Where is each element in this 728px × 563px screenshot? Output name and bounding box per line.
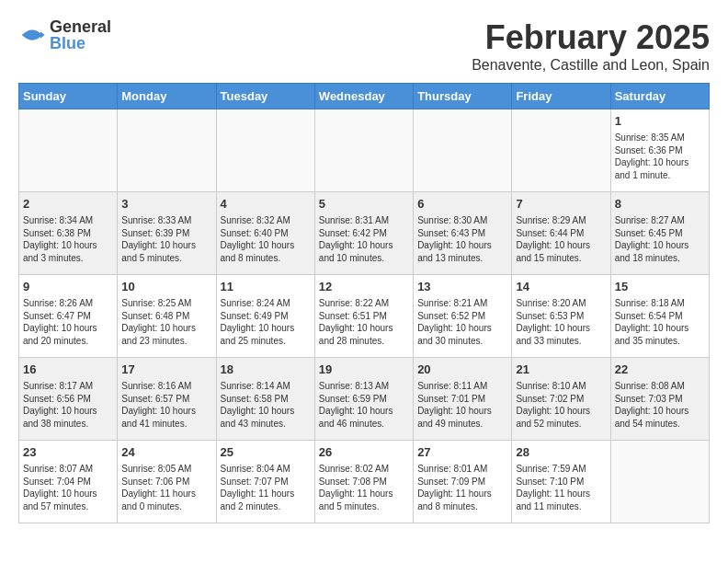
calendar-header-cell: Tuesday [216, 84, 314, 109]
calendar-day-cell [216, 109, 314, 192]
calendar-header-cell: Monday [118, 84, 216, 109]
day-info: Sunrise: 8:30 AM Sunset: 6:43 PM Dayligh… [417, 214, 507, 264]
day-number: 19 [319, 362, 409, 378]
day-number: 13 [417, 279, 507, 295]
calendar-day-cell: 25Sunrise: 8:04 AM Sunset: 7:07 PM Dayli… [216, 441, 314, 523]
day-number: 22 [615, 362, 705, 378]
calendar-day-cell: 2Sunrise: 8:34 AM Sunset: 6:38 PM Daylig… [19, 192, 118, 275]
calendar-week-row: 16Sunrise: 8:17 AM Sunset: 6:56 PM Dayli… [19, 358, 710, 441]
calendar-header-cell: Thursday [414, 84, 512, 109]
title-section: February 2025 Benavente, Castille and Le… [472, 18, 710, 74]
day-info: Sunrise: 8:25 AM Sunset: 6:48 PM Dayligh… [121, 297, 211, 347]
calendar-day-cell: 16Sunrise: 8:17 AM Sunset: 6:56 PM Dayli… [19, 358, 118, 441]
day-number: 6 [417, 196, 507, 213]
calendar-day-cell [314, 109, 413, 192]
day-info: Sunrise: 8:10 AM Sunset: 7:02 PM Dayligh… [516, 380, 606, 430]
day-info: Sunrise: 8:16 AM Sunset: 6:57 PM Dayligh… [121, 380, 211, 430]
calendar-day-cell: 1Sunrise: 8:35 AM Sunset: 6:36 PM Daylig… [610, 109, 709, 192]
day-number: 4 [221, 196, 311, 213]
calendar-day-cell: 11Sunrise: 8:24 AM Sunset: 6:49 PM Dayli… [216, 275, 314, 358]
calendar-header-cell: Wednesday [314, 84, 413, 109]
day-number: 18 [221, 362, 311, 378]
calendar-day-cell: 14Sunrise: 8:20 AM Sunset: 6:53 PM Dayli… [512, 275, 610, 358]
day-number: 5 [319, 196, 409, 213]
day-number: 23 [23, 444, 113, 461]
calendar-week-row: 2Sunrise: 8:34 AM Sunset: 6:38 PM Daylig… [19, 192, 710, 275]
calendar-day-cell: 27Sunrise: 8:01 AM Sunset: 7:09 PM Dayli… [414, 441, 512, 523]
calendar-day-cell [118, 109, 216, 192]
day-info: Sunrise: 8:26 AM Sunset: 6:47 PM Dayligh… [23, 297, 113, 347]
day-info: Sunrise: 8:04 AM Sunset: 7:07 PM Dayligh… [221, 463, 311, 512]
day-number: 26 [319, 444, 409, 461]
calendar-body: 1Sunrise: 8:35 AM Sunset: 6:36 PM Daylig… [19, 109, 710, 523]
logo-text: General Blue [50, 18, 111, 52]
calendar-day-cell: 20Sunrise: 8:11 AM Sunset: 7:01 PM Dayli… [414, 358, 512, 441]
day-info: Sunrise: 8:21 AM Sunset: 6:52 PM Dayligh… [417, 297, 507, 347]
day-info: Sunrise: 7:59 AM Sunset: 7:10 PM Dayligh… [516, 463, 606, 512]
calendar-day-cell [414, 109, 512, 192]
calendar-day-cell: 19Sunrise: 8:13 AM Sunset: 6:59 PM Dayli… [314, 358, 413, 441]
day-number: 9 [23, 279, 113, 295]
calendar-day-cell: 22Sunrise: 8:08 AM Sunset: 7:03 PM Dayli… [610, 358, 709, 441]
calendar-header-cell: Sunday [19, 84, 118, 109]
day-number: 24 [121, 444, 211, 461]
calendar-header-cell: Saturday [610, 84, 709, 109]
day-info: Sunrise: 8:24 AM Sunset: 6:49 PM Dayligh… [221, 297, 311, 347]
calendar-day-cell: 18Sunrise: 8:14 AM Sunset: 6:58 PM Dayli… [216, 358, 314, 441]
calendar-day-cell: 13Sunrise: 8:21 AM Sunset: 6:52 PM Dayli… [414, 275, 512, 358]
calendar-header-cell: Friday [512, 84, 610, 109]
day-info: Sunrise: 8:27 AM Sunset: 6:45 PM Dayligh… [615, 214, 705, 264]
calendar-day-cell: 8Sunrise: 8:27 AM Sunset: 6:45 PM Daylig… [610, 192, 709, 275]
day-info: Sunrise: 8:13 AM Sunset: 6:59 PM Dayligh… [319, 380, 409, 430]
day-number: 2 [23, 196, 113, 213]
day-number: 27 [417, 444, 507, 461]
calendar-day-cell [512, 109, 610, 192]
calendar-day-cell: 10Sunrise: 8:25 AM Sunset: 6:48 PM Dayli… [118, 275, 216, 358]
calendar-day-cell: 9Sunrise: 8:26 AM Sunset: 6:47 PM Daylig… [19, 275, 118, 358]
page-header: General Blue February 2025 Benavente, Ca… [18, 18, 710, 74]
calendar-day-cell: 7Sunrise: 8:29 AM Sunset: 6:44 PM Daylig… [512, 192, 610, 275]
day-number: 10 [121, 279, 211, 295]
calendar-week-row: 23Sunrise: 8:07 AM Sunset: 7:04 PM Dayli… [19, 441, 710, 523]
calendar-day-cell: 17Sunrise: 8:16 AM Sunset: 6:57 PM Dayli… [118, 358, 216, 441]
calendar-day-cell: 24Sunrise: 8:05 AM Sunset: 7:06 PM Dayli… [118, 441, 216, 523]
location-title: Benavente, Castille and Leon, Spain [472, 57, 710, 74]
day-info: Sunrise: 8:05 AM Sunset: 7:06 PM Dayligh… [121, 463, 211, 512]
day-info: Sunrise: 8:32 AM Sunset: 6:40 PM Dayligh… [221, 214, 311, 264]
day-number: 28 [516, 444, 606, 461]
calendar-week-row: 9Sunrise: 8:26 AM Sunset: 6:47 PM Daylig… [19, 275, 710, 358]
logo-blue: Blue [50, 35, 111, 52]
calendar-day-cell: 26Sunrise: 8:02 AM Sunset: 7:08 PM Dayli… [314, 441, 413, 523]
day-number: 20 [417, 362, 507, 378]
logo-icon [18, 21, 46, 49]
day-number: 3 [121, 196, 211, 213]
day-number: 12 [319, 279, 409, 295]
day-info: Sunrise: 8:22 AM Sunset: 6:51 PM Dayligh… [319, 297, 409, 347]
day-number: 21 [516, 362, 606, 378]
day-info: Sunrise: 8:14 AM Sunset: 6:58 PM Dayligh… [221, 380, 311, 430]
day-info: Sunrise: 8:29 AM Sunset: 6:44 PM Dayligh… [516, 214, 606, 264]
calendar-day-cell: 5Sunrise: 8:31 AM Sunset: 6:42 PM Daylig… [314, 192, 413, 275]
day-info: Sunrise: 8:08 AM Sunset: 7:03 PM Dayligh… [615, 380, 705, 430]
day-info: Sunrise: 8:02 AM Sunset: 7:08 PM Dayligh… [319, 463, 409, 512]
day-info: Sunrise: 8:33 AM Sunset: 6:39 PM Dayligh… [121, 214, 211, 264]
calendar-day-cell: 12Sunrise: 8:22 AM Sunset: 6:51 PM Dayli… [314, 275, 413, 358]
month-title: February 2025 [472, 18, 710, 57]
calendar-day-cell: 4Sunrise: 8:32 AM Sunset: 6:40 PM Daylig… [216, 192, 314, 275]
day-number: 15 [615, 279, 705, 295]
calendar-day-cell: 15Sunrise: 8:18 AM Sunset: 6:54 PM Dayli… [610, 275, 709, 358]
calendar-week-row: 1Sunrise: 8:35 AM Sunset: 6:36 PM Daylig… [19, 109, 710, 192]
logo: General Blue [18, 18, 111, 52]
day-number: 14 [516, 279, 606, 295]
calendar-day-cell [19, 109, 118, 192]
calendar-day-cell: 28Sunrise: 7:59 AM Sunset: 7:10 PM Dayli… [512, 441, 610, 523]
day-info: Sunrise: 8:34 AM Sunset: 6:38 PM Dayligh… [23, 214, 113, 264]
day-number: 17 [121, 362, 211, 378]
day-number: 11 [221, 279, 311, 295]
calendar-day-cell: 6Sunrise: 8:30 AM Sunset: 6:43 PM Daylig… [414, 192, 512, 275]
day-number: 16 [23, 362, 113, 378]
day-number: 25 [221, 444, 311, 461]
logo-general: General [50, 18, 111, 35]
day-number: 1 [615, 113, 705, 130]
day-info: Sunrise: 8:18 AM Sunset: 6:54 PM Dayligh… [615, 297, 705, 347]
